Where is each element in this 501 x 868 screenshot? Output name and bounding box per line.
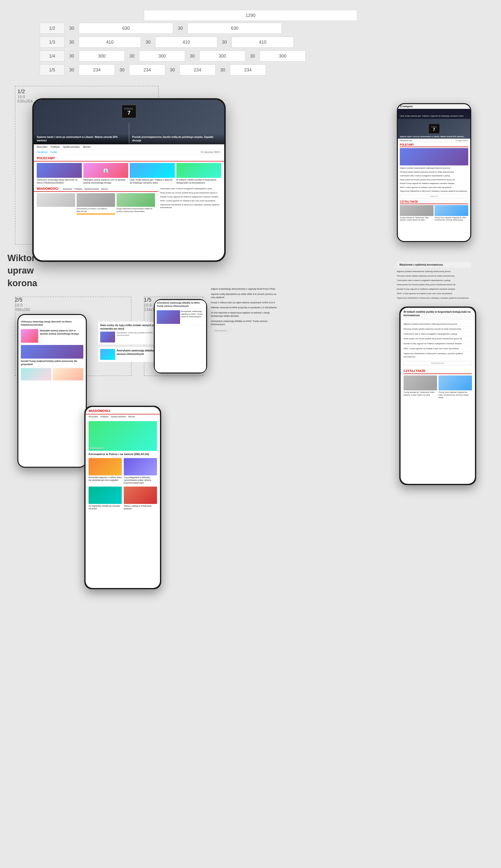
center-feed-6[interactable]: Amerykanie zawieszają składkę na WHO. Tr… — [211, 319, 280, 327]
center-feed-4[interactable]: Pakistan otrzymał od MFW pożyczkę w wyso… — [211, 305, 280, 311]
spacer5: 30 — [218, 37, 231, 47]
hero-right-text: Pociski przeciwpancerne Javelin trafią d… — [132, 136, 221, 142]
small-feed-1[interactable]: Migranci poddani kwarantannie zabierają … — [400, 167, 468, 170]
wiecej-btn2[interactable]: WIADOMOŚCI — [211, 329, 231, 333]
wiad-card-3[interactable]: Grupa islamskich ekstremistów zabiła 52 … — [117, 193, 155, 215]
category-header: ☰ Kategorie — [398, 104, 470, 109]
grid-label-half: 1/2 — [40, 23, 64, 34]
br-czytaj-1[interactable]: Trump wezwał do "otwierania" kilku stanó… — [404, 375, 437, 399]
small-feed-4[interactable]: Nowe prawo ma chronić polskie firmy prze… — [400, 178, 468, 182]
spacer: 30 — [65, 23, 78, 34]
bottom-card-5[interactable]: Starca z policją w Hondurasie podczas — [124, 486, 157, 510]
polecamy-card-3[interactable]: Libia: Rząd oskarża gen. Haftara o dążen… — [130, 163, 175, 184]
category-item-hero[interactable]: Libia: Rząd oskarża gen. Haftara o dążen… — [398, 109, 470, 119]
brf-2[interactable]: Pierwszy irański satelita wojskowy wszed… — [404, 327, 472, 332]
small-polecamy-img — [400, 148, 468, 165]
bottom-featured[interactable]: Koronawirus Koronawirus w Polsce i na św… — [86, 419, 160, 458]
twitter-link[interactable]: Twitter — [50, 151, 57, 153]
center-feed-5[interactable]: 25 000 więźniów w Myanmarze wyjdzie na w… — [211, 311, 280, 319]
czytaj-card-1[interactable]: Trump wezwał do "otwierania" kilku stanó… — [400, 205, 434, 222]
polecamy-card-4[interactable]: W Indiach mobilne punkty w furgonetach t… — [176, 163, 222, 184]
rcf-5[interactable]: Donald Trump zagroził na Twitterze zatap… — [397, 287, 471, 292]
cr-article-2[interactable]: Amerykanie zawieszają składkę na WHO. Tr… — [155, 309, 206, 325]
wiad-card-1[interactable] — [37, 193, 75, 215]
center-feed-1[interactable]: Zdjęcie sudańskiego demonstranta z nagro… — [211, 287, 280, 292]
polecamy-card-2[interactable]: 👔 Netanjahu pewny poparcia USA w sprawie… — [83, 163, 128, 184]
small-polecamy: POLECAMY — [398, 142, 470, 165]
polecamy-card-1[interactable]: Chińczycy umacniają swoją obecność na Mo… — [37, 163, 82, 184]
bottom-center-screen: WIADOMOŚCI Wszystko Polityka Społeczeńst… — [86, 407, 160, 588]
polecamy-title: POLECAMY — [34, 155, 224, 161]
br-czytaj-title: CZYTAJ TAKŻE — [404, 369, 472, 374]
wiad-img-1 — [37, 193, 75, 207]
small-feed-3[interactable]: Czternaście ofiar w starciu kongijskich … — [400, 174, 468, 178]
br-wiecej[interactable]: WIADOMOŚCI — [404, 361, 472, 365]
wiad-nav[interactable]: Wszystko Polityka Społeczeństwo Biznes — [63, 188, 108, 190]
grid-cell12: 234 — [180, 64, 215, 75]
rcf-2[interactable]: Pierwszy irański satelita wojskowy wszed… — [397, 274, 471, 279]
phone-article-1[interactable]: Chińczycy umacniają swoją obecność na Mo… — [18, 319, 86, 328]
czytaj-card-2[interactable]: Trump chce zakazać imigracji do USA. Kon… — [435, 205, 468, 222]
grid-label-quarter: 1/4 — [40, 51, 64, 62]
overlay-text-wiktor: Wiktor upraw korona — [8, 252, 37, 289]
right-col-feed2: Migranci poddani kwarantannie zabierają … — [397, 270, 471, 300]
grid-cell11: 234 — [129, 64, 165, 75]
czytaj-img-2 — [435, 205, 468, 216]
bottom-card-2[interactable]: Rumuńska legenda o roślinie, która nie w… — [88, 458, 122, 484]
polecamy-grid: Chińczycy umacniają swoją obecność na Mo… — [34, 161, 224, 186]
small-feed-5[interactable]: Donald Trump zagroził na Twitterze zatap… — [400, 182, 468, 186]
nav-politics[interactable]: Polityka — [51, 146, 60, 148]
wiad-img-3 — [117, 193, 155, 207]
phone-article-4[interactable] — [18, 367, 86, 382]
date: 14 stycznia 2020 r. — [201, 151, 221, 153]
brf-7[interactable]: Tegoroczny Oktoberfest w Niemczech odwoł… — [404, 351, 472, 360]
brf-4[interactable]: Nowe prawo ma chronić polskie firmy prze… — [404, 336, 472, 342]
polecamy-img-2: 👔 — [83, 163, 128, 178]
facebook-link[interactable]: Facebook — [37, 151, 47, 153]
nav-bar[interactable]: Wszystko Polityka Społeczeństwo Biznes — [34, 144, 224, 150]
brf-5[interactable]: Donald Trump zagroził na Twitterze zatap… — [404, 342, 472, 346]
spacer7: 30 — [126, 51, 138, 62]
feed-item-2[interactable]: Nowe prawa ma chronić polskie firmy prze… — [160, 191, 222, 195]
grid-cell: 630 — [79, 23, 173, 34]
rcf-3[interactable]: Czternaście ofiar w starciu kongijskich … — [397, 279, 471, 283]
phone-article-3[interactable]: Donald Trump podpisał kolejny pakiet pom… — [18, 344, 86, 367]
center-feed-3[interactable]: Ponad 2 miliony ludzi na całym świecie z… — [211, 300, 280, 306]
small-feed-6[interactable]: WHO: Liczba zgonów na malarię w tym roku… — [400, 186, 468, 190]
bottom-card-4[interactable]: 45 migrantów utoneło po omuzeiu ich prze… — [88, 486, 122, 510]
feed-item-5[interactable]: Tegoroczny Oktoberfest w Niemczech odwoł… — [160, 203, 222, 209]
rcf-1[interactable]: Migranci poddani kwarantannie zabierają … — [397, 270, 471, 274]
grid-row-half: 1/2 30 630 30 630 — [40, 23, 461, 34]
br-top-item[interactable]: W Indiach mobilne punkty w furgonetach t… — [401, 308, 475, 320]
small-feed-2[interactable]: Pierwszy irański satelita wojskowy wszed… — [400, 170, 468, 174]
rcf-4[interactable]: Nowe prawo ma chronić polskie firmy prze… — [397, 283, 471, 287]
brf-1[interactable]: Migranci poddani kwarantannie zabierają … — [404, 322, 472, 327]
brf-6[interactable]: WHO: Liczba zgonów na malarię w tym roku… — [404, 346, 472, 351]
br-czytaj-text-1: Trump wezwał do "otwierania" kilku stanó… — [404, 391, 437, 396]
br-czytaj-2[interactable]: Trump chce zakazać imigracji do USA. Kon… — [438, 375, 472, 399]
nav-society[interactable]: Społeczeństwo — [63, 146, 79, 148]
brf-3[interactable]: Czternaście ofiar w starciu kongijskich … — [404, 332, 472, 337]
cr-article-1[interactable]: Amerykanie zawieszają składkę na WHO. Tr… — [155, 300, 206, 309]
bottom-card-3[interactable]: Trzy pielęgniarki w Meksyku zamordowane … — [124, 458, 157, 484]
bottom-cards-row1: Rumuńska legenda o roślinie, która nie w… — [86, 458, 160, 486]
nav-all[interactable]: Wszystko — [37, 146, 47, 148]
rcf-6[interactable]: WHO: Liczba zgonów na malarię w tym roku… — [397, 292, 471, 296]
wiad-card-2[interactable]: Koronawirus w Polsce i na świecie [RELAC… — [77, 193, 115, 215]
feed-item-3[interactable]: Donald Trump zagroził na Twitterze zatap… — [160, 195, 222, 199]
czytaj-title: CZYTAJ TAKŻE — [400, 200, 468, 204]
rcf-7[interactable]: Tegoroczny Oktoberfest w Niemczech odwoł… — [397, 296, 471, 300]
feed-item-1[interactable]: Czternaście ofiar w starciu kongijskich … — [160, 187, 222, 191]
social-date-bar: Facebook Twitter 14 stycznia 2020 r. — [34, 150, 224, 155]
nav-business[interactable]: Biznes — [83, 146, 90, 148]
bottom-wiad-nav[interactable]: Wszystko Polityka Społeczeństwo Biznes — [86, 415, 160, 419]
wiecej-btn[interactable]: WIĘCEJ — [400, 194, 468, 199]
br-czytaj: CZYTAJ TAKŻE Trump wezwał do "otwierania… — [401, 367, 475, 401]
feed-item-4[interactable]: WHO: Liczba zgonów na malarię w tym roku… — [160, 199, 222, 203]
main-content: 1/2 16:9 630x354 KANAŁ 7 Spalone banki i… — [0, 83, 501, 803]
phone-article-2[interactable]: Netanjahu pewny poparcia USA w sprawie a… — [18, 328, 86, 344]
small-feed-7[interactable]: Tegoroczny Oktoberfest w Niemczech odwoł… — [400, 190, 468, 193]
center-feed-2[interactable]: Japonia rozdą obywatelom po około 4000 z… — [211, 292, 280, 300]
center-feed: Zdjęcie sudańskiego demonstranta z nagro… — [211, 287, 280, 327]
br-czytaj-img-2 — [438, 375, 472, 390]
